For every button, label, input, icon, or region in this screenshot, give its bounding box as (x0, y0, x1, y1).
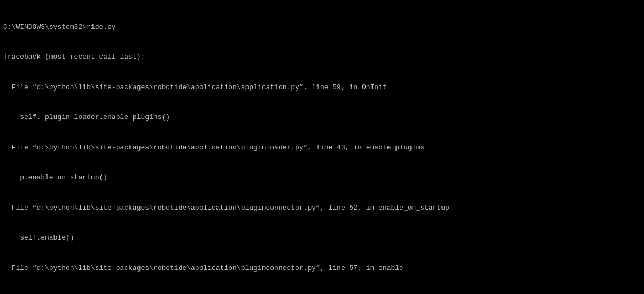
terminal-line-9: File “d:\python\lib\site-packages\roboti… (3, 264, 641, 274)
terminal-line-3: File “d:\python\lib\site-packages\roboti… (3, 83, 641, 93)
terminal-line-8: self.enable() (3, 233, 641, 243)
terminal-line-4: self._plugin_loader.enable_plugins() (3, 113, 641, 123)
terminal-line-1: C:\WINDOWS\system32>ride.py (3, 22, 641, 33)
terminal-line-6: p.enable_on_startup() (3, 173, 641, 183)
terminal-line-7: File “d:\python\lib\site-packages\roboti… (3, 203, 641, 213)
terminal-line-5: File “d:\python\lib\site-packages\roboti… (3, 143, 641, 153)
terminal-window: C:\WINDOWS\system32>ride.py Traceback (m… (0, 0, 644, 294)
terminal-line-2: Traceback (most recent call last): (3, 52, 641, 62)
